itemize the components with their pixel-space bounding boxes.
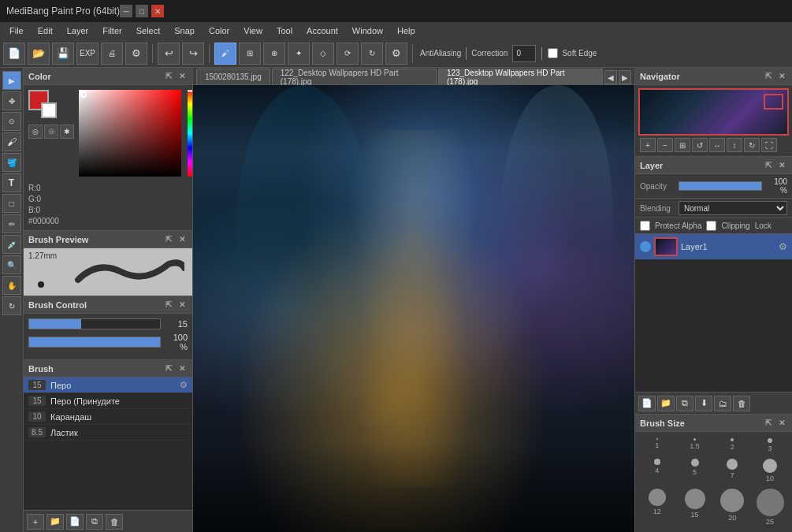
bs-25[interactable]: 25	[753, 487, 787, 527]
tab-0[interactable]: 1500280135.jpg	[196, 69, 270, 84]
brush-preview-close-icon[interactable]: ✕	[177, 234, 188, 245]
color-option-3[interactable]: ✱	[60, 125, 74, 139]
bs-1-5[interactable]: 1.5	[678, 437, 712, 454]
settings-button[interactable]: ⚙	[125, 43, 147, 65]
save-button[interactable]: 💾	[52, 43, 74, 65]
nav-fit-button[interactable]: ⊞	[675, 138, 690, 152]
menu-view[interactable]: View	[237, 24, 269, 37]
protect-alpha-checkbox[interactable]	[640, 221, 650, 231]
brush-close-icon[interactable]: ✕	[177, 363, 188, 374]
bs-15[interactable]: 15	[678, 487, 712, 527]
text-tool[interactable]: T	[2, 173, 21, 192]
soft-edge-checkbox[interactable]	[548, 48, 558, 58]
brushsize-expand-icon[interactable]: ⇱	[763, 418, 774, 429]
menu-help[interactable]: Help	[391, 24, 422, 37]
nav-rotate-button[interactable]: ↻	[744, 138, 760, 152]
nav-zoom-out-button[interactable]: −	[657, 138, 673, 152]
bs-2[interactable]: 2	[716, 437, 750, 454]
brush-expand-icon[interactable]: ⇱	[163, 363, 174, 374]
brush-new-button[interactable]: 📄	[66, 514, 84, 530]
snap-button[interactable]: ⊕	[263, 43, 285, 65]
brush-item-0[interactable]: 15 Перо ⚙	[24, 378, 192, 393]
navigator-preview[interactable]	[638, 88, 789, 136]
layer-new-button[interactable]: 📄	[638, 396, 656, 411]
nav-reset-button[interactable]: ↺	[692, 138, 708, 152]
bs-10[interactable]: 10	[753, 457, 787, 484]
menu-filter[interactable]: Filter	[96, 24, 128, 37]
layer-row-0[interactable]: Layer1 ⚙	[635, 234, 792, 260]
navigator-expand-icon[interactable]: ⇱	[763, 71, 774, 82]
bs-4[interactable]: 4	[640, 457, 675, 484]
tab-prev-button[interactable]: ◀	[604, 70, 617, 84]
opacity-slider-track[interactable]	[28, 337, 161, 348]
nav-zoom-in-button[interactable]: +	[640, 138, 656, 152]
layer-gear-icon[interactable]: ⚙	[779, 241, 787, 252]
blending-select[interactable]: Normal Multiply Screen Overlay	[679, 201, 787, 215]
tab-next-button[interactable]: ▶	[619, 70, 631, 84]
brush-item-3[interactable]: 8.5 Ластик	[24, 425, 192, 441]
layer-visibility-toggle[interactable]	[640, 241, 651, 252]
layer-copy-button[interactable]: ⧉	[676, 396, 693, 411]
eyedropper-tool[interactable]: 💉	[2, 235, 21, 254]
grid-button[interactable]: ⊞	[239, 43, 261, 65]
bs-20[interactable]: 20	[716, 487, 750, 527]
layer-merge-button[interactable]: ⬇	[695, 396, 712, 411]
bs-1[interactable]: 1	[640, 437, 675, 454]
opacity-slider[interactable]	[679, 181, 762, 191]
lasso-tool[interactable]: ⊙	[2, 112, 21, 131]
print-button[interactable]: 🖨	[101, 43, 123, 65]
brush-tool[interactable]: 🖌	[2, 132, 21, 151]
brush-add-button[interactable]: +	[27, 514, 44, 530]
menu-select[interactable]: Select	[130, 24, 167, 37]
maximize-button[interactable]: □	[136, 5, 148, 17]
bs-7[interactable]: 7	[716, 457, 750, 484]
brush-folder-button[interactable]: 📁	[46, 514, 64, 530]
brush-copy-button[interactable]: ⧉	[86, 514, 103, 530]
move-tool[interactable]: ✥	[2, 91, 21, 110]
color-close-icon[interactable]: ✕	[177, 71, 188, 82]
layer-close-icon[interactable]: ✕	[776, 160, 787, 171]
export-button[interactable]: EXP	[76, 43, 99, 65]
tool-settings-button[interactable]: ⚙	[385, 43, 407, 65]
menu-tool[interactable]: Tool	[270, 24, 299, 37]
brush-preview-expand-icon[interactable]: ⇱	[163, 234, 174, 245]
bs-12[interactable]: 12	[640, 487, 675, 527]
canvas-viewport[interactable]	[193, 85, 634, 532]
menu-color[interactable]: Color	[203, 24, 236, 37]
rotate-button[interactable]: ↻	[361, 43, 383, 65]
color-option-2[interactable]: ⦾	[44, 125, 58, 139]
minimize-button[interactable]: ─	[120, 5, 132, 17]
nav-flip-h-button[interactable]: ↔	[709, 138, 725, 152]
correction-input[interactable]	[512, 45, 536, 62]
brush-item-1[interactable]: 15 Перо (Принудите	[24, 393, 192, 409]
navigator-close-icon[interactable]: ✕	[776, 71, 787, 82]
menu-edit[interactable]: Edit	[32, 24, 59, 37]
background-color-swatch[interactable]	[41, 102, 57, 118]
layer-expand-icon[interactable]: ⇱	[763, 160, 774, 171]
brushsize-close-icon[interactable]: ✕	[776, 418, 787, 429]
layer-delete-button[interactable]: 🗑	[733, 396, 750, 411]
undo-button[interactable]: ↩	[158, 43, 180, 65]
close-button[interactable]: ✕	[151, 5, 164, 17]
tab-1[interactable]: 122_Desktop Wallpapers HD Part (178).jpg	[272, 69, 437, 84]
color-gradient[interactable]	[79, 90, 181, 177]
brush-item-2[interactable]: 10 Карандаш	[24, 409, 192, 425]
size-slider-track[interactable]	[28, 318, 161, 329]
clipping-checkbox[interactable]	[706, 221, 716, 231]
fill-tool[interactable]: 🪣	[2, 153, 21, 172]
brush-delete-button[interactable]: 🗑	[106, 514, 123, 530]
layer-folder2-button[interactable]: 🗂	[714, 396, 731, 411]
layer-folder-button[interactable]: 📁	[657, 396, 675, 411]
color-expand-icon[interactable]: ⇱	[163, 71, 174, 82]
menu-file[interactable]: File	[3, 24, 30, 37]
redo-button[interactable]: ↪	[182, 43, 204, 65]
select-tool[interactable]: ▶	[2, 71, 21, 90]
brush-control-expand-icon[interactable]: ⇱	[163, 299, 174, 311]
nav-fullscreen-button[interactable]: ⛶	[761, 138, 777, 152]
hand-tool[interactable]: ✋	[2, 276, 21, 295]
eraser-button[interactable]: ◇	[312, 43, 334, 65]
bs-5[interactable]: 5	[678, 457, 712, 484]
rotate-tool[interactable]: ↻	[2, 296, 21, 315]
color-hue-slider[interactable]	[188, 90, 193, 177]
new-doc-button[interactable]: 📄	[3, 43, 25, 65]
